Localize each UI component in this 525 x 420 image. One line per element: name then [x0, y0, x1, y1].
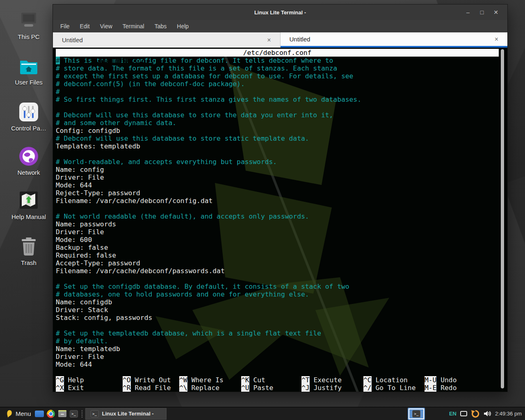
window-title: Linux Lite Terminal -	[53, 9, 507, 16]
desktop-icon-label: User Files	[4, 79, 53, 86]
nano-shortcut: ^J Justify	[301, 384, 363, 392]
window-titlebar[interactable]: Linux Lite Terminal - – □ ✕	[53, 5, 507, 20]
terminal-window: Linux Lite Terminal - – □ ✕ File Edit Vi…	[52, 4, 508, 392]
terminal-line: Mode: 600	[56, 236, 499, 244]
nano-shortcut: ^K Cut	[241, 376, 301, 384]
menu-file[interactable]: File	[60, 23, 70, 30]
menu-terminal[interactable]: Terminal	[123, 23, 144, 30]
close-button[interactable]: ✕	[491, 7, 501, 17]
desktop-icon-trash[interactable]: Trash	[4, 236, 53, 266]
desktop-launcher[interactable]	[34, 407, 45, 420]
shortcut-key: ^K	[241, 376, 249, 384]
help-manual-icon	[4, 190, 53, 211]
terminal-line: Backup: false	[56, 244, 499, 251]
shortcut-key: M-U	[425, 376, 436, 384]
terminal-scrollbar[interactable]	[501, 49, 504, 388]
menu-button[interactable]: Menu	[3, 407, 34, 420]
control-panel-icon	[4, 102, 53, 122]
shortcut-key: M-E	[425, 384, 436, 392]
taskbar-separator	[82, 410, 82, 418]
desktop-icon-control-panel[interactable]: Control Pa…	[4, 102, 53, 132]
tab-untitled-1[interactable]: Untitled ×	[53, 32, 281, 48]
shortcut-key: ^G	[56, 376, 64, 384]
terminal-line: # and some other dynamic data.	[56, 119, 499, 127]
terminal-line: # databases, one to hold passwords and o…	[56, 290, 499, 298]
system-tray: >_ EN 2:49:36 pm	[409, 409, 523, 419]
menu-help[interactable]: Help	[177, 23, 189, 30]
terminal-line: # by default.	[56, 337, 499, 345]
tab-label: Untitled	[62, 37, 83, 43]
terminal-line: Stack: config, passwords	[56, 314, 499, 322]
terminal-line: Name: templatedb	[56, 345, 499, 353]
keyboard-layout-indicator[interactable]: EN	[449, 411, 457, 417]
terminal-line	[56, 150, 499, 158]
terminal-line	[56, 205, 499, 212]
terminal-line: Name: config	[56, 166, 499, 173]
terminal-line: # store data. The format of this file is…	[56, 64, 499, 72]
maximize-button[interactable]: □	[477, 7, 487, 17]
terminal-line: Driver: File	[56, 353, 499, 361]
terminal-line: Name: passwords	[56, 220, 499, 228]
terminal-icon: >_	[70, 410, 78, 418]
shortcut-key: ^O	[123, 376, 131, 384]
shortcut-key: ^/	[363, 384, 372, 392]
menu-view[interactable]: View	[100, 23, 112, 30]
tab-close-icon[interactable]: ×	[267, 37, 271, 44]
nano-shortcut: M-E Redo	[425, 384, 457, 392]
terminal-line: Mode: 644	[56, 361, 499, 368]
menu-tabs[interactable]: Tabs	[155, 23, 167, 30]
terminal-line: Mode: 644	[56, 181, 499, 189]
task-button-label: Linux Lite Terminal -	[102, 411, 154, 417]
terminal-line: # except the first sets up a database fo…	[56, 72, 499, 80]
terminal-line: Reject-Type: password	[56, 189, 499, 197]
desktop-icon-user-files[interactable]: User Files	[4, 56, 53, 86]
terminal-screen[interactable]: GNU nano 7.2 /etc/debconf.conf # This is…	[53, 48, 507, 392]
nano-shortcut: ^C Location	[363, 376, 425, 384]
file-manager-launcher[interactable]	[57, 407, 68, 420]
shortcut-key: ^T	[301, 376, 310, 384]
terminal-line: # Debconf will use this database to stor…	[56, 111, 499, 119]
tab-untitled-2[interactable]: Untitled ×	[281, 32, 508, 48]
nano-shortcuts-row1: ^G Help^O Write Out^W Where Is^K Cut^T E…	[56, 376, 499, 384]
terminal-line	[56, 322, 499, 329]
terminal-line: Config: configdb	[56, 127, 499, 135]
terminal-launcher[interactable]: >_	[68, 407, 80, 420]
terminal-line: Filename: /var/cache/debconf/passwords.d…	[56, 267, 499, 275]
terminal-line: Filename: /var/cache/debconf/config.dat	[56, 197, 499, 205]
desktop-icon-help-manual[interactable]: Help Manual	[4, 190, 53, 220]
nano-shortcut: ^T Execute	[301, 376, 363, 384]
task-button-terminal[interactable]: >_ Linux Lite Terminal -	[85, 408, 167, 420]
desktop-icon-label: This PC	[4, 33, 53, 40]
desktop-icon-this-pc[interactable]: This PC	[4, 10, 53, 40]
display-icon[interactable]	[460, 411, 467, 416]
clock[interactable]: 2:49:36 pm	[495, 411, 523, 417]
terminal-line: Driver: File	[56, 173, 499, 181]
terminal-line	[56, 275, 499, 283]
menu-edit[interactable]: Edit	[80, 23, 90, 30]
tray-terminal-indicator[interactable]: >_	[409, 409, 424, 419]
terminal-line: # Debconf will use this database to stor…	[56, 135, 499, 142]
terminal-line: # So first things first. This first stan…	[56, 96, 499, 103]
terminal-line: Required: false	[56, 251, 499, 259]
desktop-icon-label: Network	[4, 169, 53, 176]
volume-icon[interactable]	[484, 410, 491, 417]
nano-title-bar: GNU nano 7.2 /etc/debconf.conf	[56, 49, 499, 57]
tab-bar: Untitled × Untitled ×	[53, 32, 507, 48]
tab-close-icon[interactable]: ×	[495, 36, 498, 43]
updates-icon[interactable]	[471, 409, 480, 418]
desktop-icon	[35, 411, 44, 417]
chrome-icon	[47, 410, 55, 418]
shortcut-key: ^W	[179, 376, 187, 384]
nano-shortcut: ^U Paste	[241, 384, 301, 392]
nano-shortcut: ^O Write Out	[123, 376, 179, 384]
user-files-folder-icon	[4, 56, 53, 76]
desktop-icon-network[interactable]: Network	[4, 146, 53, 176]
nano-shortcut: ^R Read File	[123, 384, 179, 392]
browser-launcher[interactable]	[45, 407, 57, 420]
nano-shortcut: ^W Where Is	[179, 376, 241, 384]
shortcut-key: ^\	[179, 384, 187, 392]
nano-shortcut: ^X Exit	[56, 384, 123, 392]
shortcut-key: ^U	[241, 384, 249, 392]
terminal-icon: >_	[91, 410, 99, 418]
minimize-button[interactable]: –	[463, 7, 473, 17]
